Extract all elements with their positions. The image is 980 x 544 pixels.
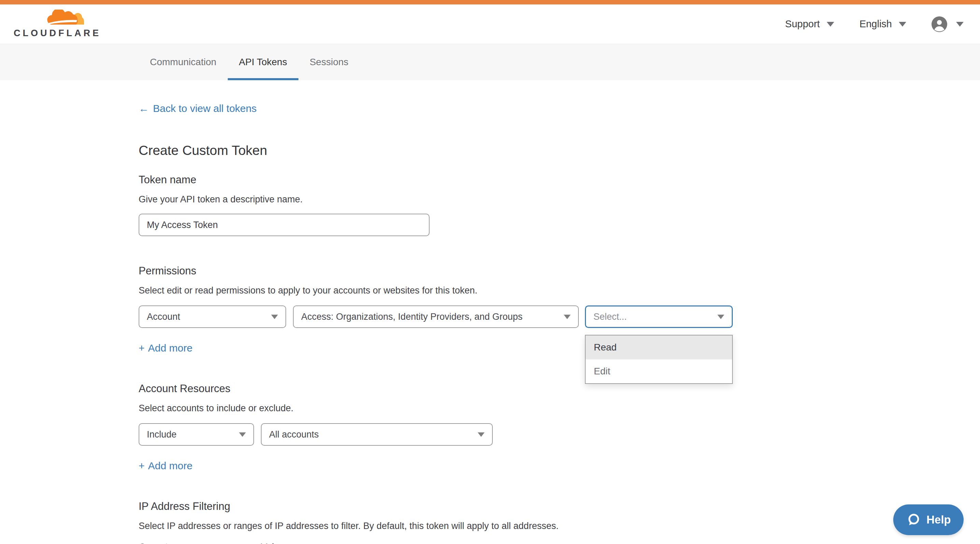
chevron-down-icon	[478, 432, 485, 437]
chevron-down-icon	[956, 22, 964, 27]
main-content: ← Back to view all tokens Create Custom …	[138, 80, 740, 544]
chevron-down-icon	[564, 315, 571, 319]
permissions-section: Permissions Select edit or read permissi…	[138, 265, 740, 354]
language-menu[interactable]: English	[859, 18, 906, 30]
ip-filtering-labels: Operator Value	[138, 542, 740, 544]
account-resources-add-more-link[interactable]: + Add more	[138, 460, 192, 472]
user-avatar-icon	[932, 16, 947, 32]
add-more-label: Add more	[148, 460, 192, 472]
chevron-down-icon	[239, 432, 246, 437]
account-resources-description: Select accounts to include or exclude.	[138, 403, 740, 414]
permission-level-placeholder: Select...	[593, 312, 627, 322]
back-arrow-icon: ←	[138, 103, 149, 114]
operator-label: Operator	[138, 542, 261, 544]
add-more-label: Add more	[148, 342, 192, 354]
permissions-heading: Permissions	[138, 265, 740, 277]
cloudflare-wordmark: CLOUDFLARE	[14, 28, 101, 38]
back-link[interactable]: ← Back to view all tokens	[138, 103, 256, 114]
menu-option-read[interactable]: Read	[585, 335, 732, 359]
permission-level-menu: Read Edit	[585, 335, 733, 384]
value-label: Value	[261, 542, 285, 544]
resource-target-select[interactable]: All accounts	[261, 423, 493, 446]
chevron-down-icon	[718, 315, 724, 319]
permission-scope-select[interactable]: Account	[138, 305, 286, 328]
support-menu[interactable]: Support	[785, 18, 834, 30]
permission-level-select[interactable]: Select...	[585, 305, 733, 328]
permissions-add-more-link[interactable]: + Add more	[138, 342, 192, 354]
permission-group-value: Access: Organizations, Identity Provider…	[301, 312, 522, 322]
tab-api-tokens[interactable]: API Tokens	[228, 44, 298, 80]
resource-mode-select[interactable]: Include	[138, 423, 254, 446]
help-button-label: Help	[926, 513, 951, 526]
ip-filtering-description: Select IP addresses or ranges of IP addr…	[138, 521, 740, 531]
chevron-down-icon	[827, 22, 834, 27]
permission-group-select[interactable]: Access: Organizations, Identity Provider…	[293, 305, 579, 328]
token-name-description: Give your API token a descriptive name.	[138, 194, 740, 205]
chevron-down-icon	[899, 22, 906, 27]
chat-bubble-icon	[906, 512, 921, 527]
permissions-description: Select edit or read permissions to apply…	[138, 285, 740, 296]
resource-mode-value: Include	[147, 429, 177, 440]
header-nav: Support English	[785, 16, 964, 32]
permission-level-select-wrap: Select... Read Edit	[585, 305, 733, 328]
token-name-input[interactable]	[138, 214, 430, 236]
account-resources-section: Account Resources Select accounts to inc…	[138, 382, 740, 472]
help-button[interactable]: Help	[893, 504, 964, 535]
page-title: Create Custom Token	[138, 143, 740, 158]
ip-filtering-section: IP Address Filtering Select IP addresses…	[138, 500, 740, 544]
account-menu[interactable]	[932, 16, 964, 32]
profile-tabbar: Communication API Tokens Sessions	[0, 44, 980, 80]
chevron-down-icon	[271, 315, 278, 319]
menu-option-edit[interactable]: Edit	[585, 359, 732, 383]
top-accent-bar	[0, 0, 980, 5]
cloudflare-logo: CLOUDFLARE	[14, 10, 88, 38]
account-resources-row: Include All accounts	[138, 423, 740, 446]
permission-scope-value: Account	[147, 312, 180, 322]
token-name-section: Token name Give your API token a descrip…	[138, 174, 740, 236]
header: CLOUDFLARE Support English	[0, 5, 980, 44]
token-name-heading: Token name	[138, 174, 740, 186]
permissions-row: Account Access: Organizations, Identity …	[138, 305, 740, 328]
support-menu-label: Support	[785, 18, 820, 30]
plus-icon: +	[138, 460, 145, 472]
resource-target-value: All accounts	[269, 429, 319, 440]
ip-filtering-heading: IP Address Filtering	[138, 500, 740, 512]
account-resources-heading: Account Resources	[138, 382, 740, 395]
tab-sessions[interactable]: Sessions	[298, 44, 360, 80]
tab-communication[interactable]: Communication	[138, 44, 228, 80]
plus-icon: +	[138, 342, 145, 354]
cloudflare-cloud-icon	[46, 10, 85, 27]
language-menu-label: English	[859, 18, 892, 30]
back-link-label: Back to view all tokens	[153, 103, 256, 114]
